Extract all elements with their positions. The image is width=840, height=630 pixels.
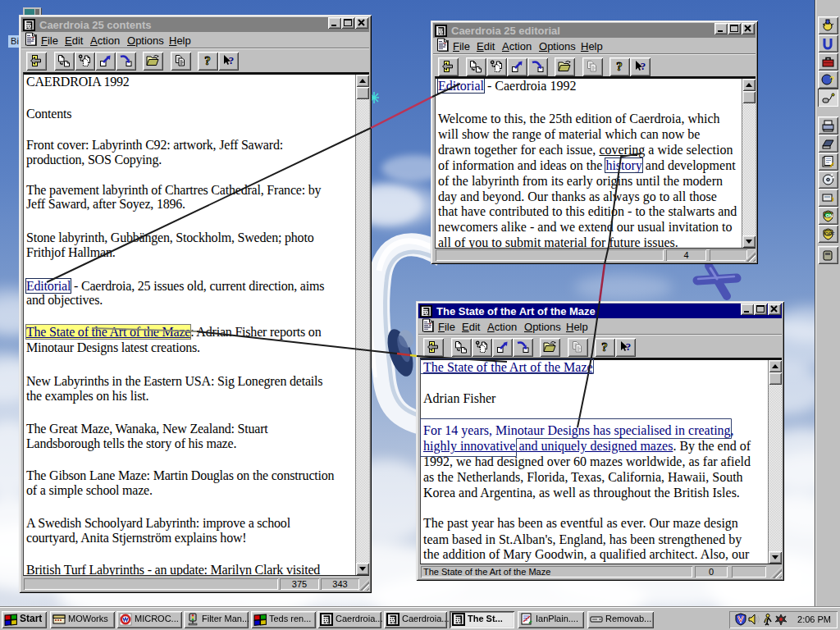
svg-text:ON: ON xyxy=(826,213,833,218)
svg-text:?: ? xyxy=(641,60,646,72)
svg-text:?: ? xyxy=(601,340,608,354)
svg-text:?: ? xyxy=(829,75,835,84)
svg-text:OFF: OFF xyxy=(825,231,835,236)
svg-text:?: ? xyxy=(229,54,235,66)
svg-text:?: ? xyxy=(626,340,632,353)
svg-text:?: ? xyxy=(204,54,211,67)
svg-text:?: ? xyxy=(616,60,623,73)
